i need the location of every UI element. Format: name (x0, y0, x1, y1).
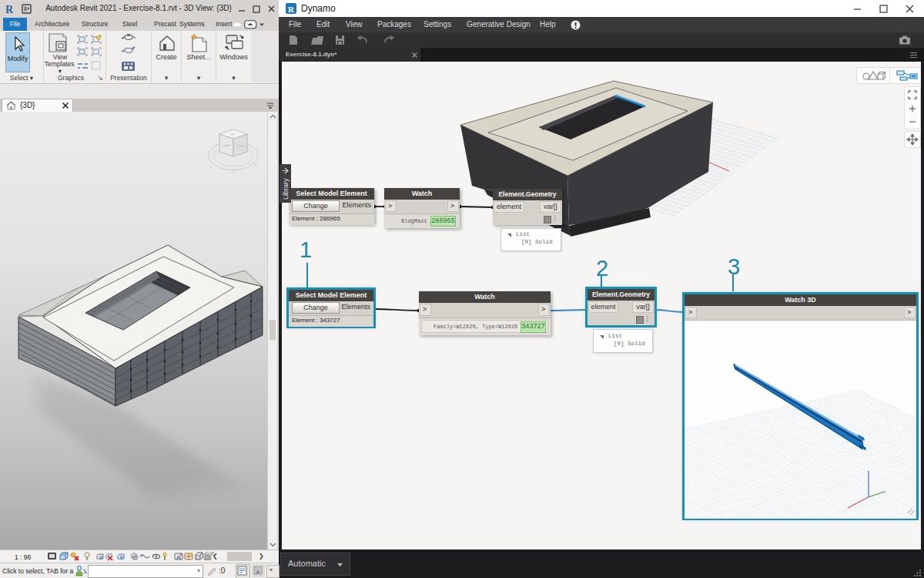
svg-text:S: S (210, 166, 213, 169)
svg-text:R: R (5, 4, 14, 15)
svg-text:9: 9 (120, 555, 123, 560)
svg-text:TOP: TOP (230, 133, 236, 136)
svg-text:E: E (255, 163, 257, 166)
svg-text:Library: Library (282, 178, 290, 200)
svg-text:R: R (288, 5, 295, 14)
svg-text:9: 9 (99, 555, 102, 560)
